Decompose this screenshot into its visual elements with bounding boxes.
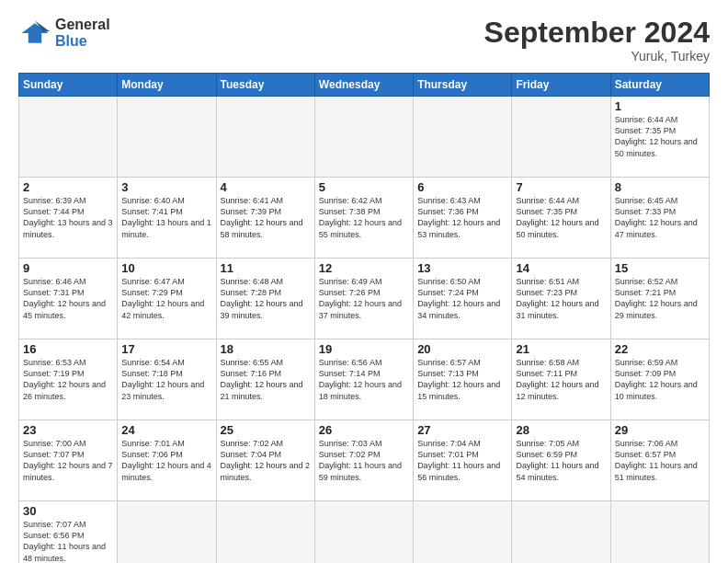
day-info: Sunrise: 6:58 AMSunset: 7:11 PMDaylight:… <box>516 357 606 402</box>
day-info: Sunrise: 7:02 AMSunset: 7:04 PMDaylight:… <box>221 438 311 483</box>
calendar-cell: 29Sunrise: 7:06 AMSunset: 6:57 PMDayligh… <box>610 420 709 501</box>
day-number: 30 <box>23 504 113 518</box>
day-number: 16 <box>23 342 113 356</box>
day-info: Sunrise: 6:44 AMSunset: 7:35 PMDaylight:… <box>615 114 705 159</box>
calendar-cell <box>216 97 314 178</box>
day-info: Sunrise: 6:50 AMSunset: 7:24 PMDaylight:… <box>417 276 507 321</box>
day-info: Sunrise: 6:54 AMSunset: 7:18 PMDaylight:… <box>121 357 211 402</box>
calendar-cell: 20Sunrise: 6:57 AMSunset: 7:13 PMDayligh… <box>414 339 512 420</box>
day-number: 5 <box>319 180 409 194</box>
title-block: September 2024 Yuruk, Turkey <box>484 17 710 63</box>
day-number: 2 <box>23 180 113 194</box>
day-info: Sunrise: 6:59 AMSunset: 7:09 PMDaylight:… <box>615 357 705 402</box>
logo: General Blue <box>18 17 110 51</box>
calendar-cell <box>414 501 512 563</box>
weekday-header-friday: Friday <box>512 74 610 97</box>
logo-line1: General <box>55 17 110 33</box>
calendar-cell: 24Sunrise: 7:01 AMSunset: 7:06 PMDayligh… <box>118 420 216 501</box>
day-number: 7 <box>516 180 606 194</box>
weekday-header-thursday: Thursday <box>414 74 512 97</box>
day-number: 15 <box>615 261 705 275</box>
day-number: 13 <box>417 261 507 275</box>
calendar-cell: 7Sunrise: 6:44 AMSunset: 7:35 PMDaylight… <box>512 178 610 259</box>
calendar-cell: 15Sunrise: 6:52 AMSunset: 7:21 PMDayligh… <box>610 259 709 339</box>
day-info: Sunrise: 6:41 AMSunset: 7:39 PMDaylight:… <box>221 195 311 240</box>
calendar-cell: 18Sunrise: 6:55 AMSunset: 7:16 PMDayligh… <box>216 339 314 420</box>
day-info: Sunrise: 6:55 AMSunset: 7:16 PMDaylight:… <box>221 357 311 402</box>
day-number: 14 <box>516 261 606 275</box>
day-number: 22 <box>615 342 705 356</box>
calendar-cell: 6Sunrise: 6:43 AMSunset: 7:36 PMDaylight… <box>414 178 512 259</box>
calendar-cell: 19Sunrise: 6:56 AMSunset: 7:14 PMDayligh… <box>314 339 413 420</box>
calendar-table: SundayMondayTuesdayWednesdayThursdayFrid… <box>18 73 710 563</box>
logo-icon <box>18 17 51 50</box>
day-number: 18 <box>221 342 311 356</box>
calendar-cell: 12Sunrise: 6:49 AMSunset: 7:26 PMDayligh… <box>314 259 413 339</box>
day-number: 4 <box>221 180 311 194</box>
day-info: Sunrise: 7:00 AMSunset: 7:07 PMDaylight:… <box>23 438 113 483</box>
calendar-cell: 16Sunrise: 6:53 AMSunset: 7:19 PMDayligh… <box>19 339 118 420</box>
calendar-cell: 21Sunrise: 6:58 AMSunset: 7:11 PMDayligh… <box>512 339 610 420</box>
day-info: Sunrise: 7:01 AMSunset: 7:06 PMDaylight:… <box>121 438 211 483</box>
calendar-cell <box>414 97 512 178</box>
calendar-cell <box>314 97 413 178</box>
day-number: 19 <box>319 342 409 356</box>
weekday-header-sunday: Sunday <box>19 74 118 97</box>
weekday-header-saturday: Saturday <box>610 74 709 97</box>
day-number: 25 <box>221 423 311 437</box>
calendar-cell <box>19 97 118 178</box>
day-number: 27 <box>417 423 507 437</box>
day-number: 12 <box>319 261 409 275</box>
day-info: Sunrise: 7:04 AMSunset: 7:01 PMDaylight:… <box>417 438 507 483</box>
calendar-cell <box>314 501 413 563</box>
calendar-cell <box>512 97 610 178</box>
calendar-cell <box>118 501 216 563</box>
day-info: Sunrise: 7:07 AMSunset: 6:56 PMDaylight:… <box>23 519 113 563</box>
day-number: 21 <box>516 342 606 356</box>
calendar-cell: 26Sunrise: 7:03 AMSunset: 7:02 PMDayligh… <box>314 420 413 501</box>
calendar-cell: 10Sunrise: 6:47 AMSunset: 7:29 PMDayligh… <box>118 259 216 339</box>
calendar-cell: 2Sunrise: 6:39 AMSunset: 7:44 PMDaylight… <box>19 178 118 259</box>
day-info: Sunrise: 6:42 AMSunset: 7:38 PMDaylight:… <box>319 195 409 240</box>
calendar-cell: 17Sunrise: 6:54 AMSunset: 7:18 PMDayligh… <box>118 339 216 420</box>
day-info: Sunrise: 6:57 AMSunset: 7:13 PMDaylight:… <box>417 357 507 402</box>
calendar-cell: 4Sunrise: 6:41 AMSunset: 7:39 PMDaylight… <box>216 178 314 259</box>
calendar-cell: 25Sunrise: 7:02 AMSunset: 7:04 PMDayligh… <box>216 420 314 501</box>
calendar-cell: 1Sunrise: 6:44 AMSunset: 7:35 PMDaylight… <box>610 97 709 178</box>
calendar-cell: 27Sunrise: 7:04 AMSunset: 7:01 PMDayligh… <box>414 420 512 501</box>
day-number: 11 <box>221 261 311 275</box>
day-info: Sunrise: 6:40 AMSunset: 7:41 PMDaylight:… <box>121 195 211 240</box>
calendar-cell: 22Sunrise: 6:59 AMSunset: 7:09 PMDayligh… <box>610 339 709 420</box>
day-number: 10 <box>121 261 211 275</box>
calendar-cell: 5Sunrise: 6:42 AMSunset: 7:38 PMDaylight… <box>314 178 413 259</box>
weekday-header-wednesday: Wednesday <box>314 74 413 97</box>
day-info: Sunrise: 6:53 AMSunset: 7:19 PMDaylight:… <box>23 357 113 402</box>
day-number: 6 <box>417 180 507 194</box>
day-number: 29 <box>615 423 705 437</box>
day-info: Sunrise: 6:47 AMSunset: 7:29 PMDaylight:… <box>121 276 211 321</box>
day-number: 20 <box>417 342 507 356</box>
day-info: Sunrise: 7:06 AMSunset: 6:57 PMDaylight:… <box>615 438 705 483</box>
calendar-cell: 3Sunrise: 6:40 AMSunset: 7:41 PMDaylight… <box>118 178 216 259</box>
day-info: Sunrise: 6:46 AMSunset: 7:31 PMDaylight:… <box>23 276 113 321</box>
calendar-cell: 11Sunrise: 6:48 AMSunset: 7:28 PMDayligh… <box>216 259 314 339</box>
day-info: Sunrise: 6:39 AMSunset: 7:44 PMDaylight:… <box>23 195 113 240</box>
calendar-cell <box>512 501 610 563</box>
subtitle: Yuruk, Turkey <box>484 49 710 63</box>
header: General Blue September 2024 Yuruk, Turke… <box>18 17 710 63</box>
calendar-cell: 23Sunrise: 7:00 AMSunset: 7:07 PMDayligh… <box>19 420 118 501</box>
day-info: Sunrise: 6:56 AMSunset: 7:14 PMDaylight:… <box>319 357 409 402</box>
calendar-cell: 13Sunrise: 6:50 AMSunset: 7:24 PMDayligh… <box>414 259 512 339</box>
logo-line2: Blue <box>55 33 110 50</box>
month-title: September 2024 <box>484 17 710 49</box>
weekday-header-tuesday: Tuesday <box>216 74 314 97</box>
day-info: Sunrise: 6:52 AMSunset: 7:21 PMDaylight:… <box>615 276 705 321</box>
svg-marker-0 <box>22 24 49 44</box>
day-info: Sunrise: 6:49 AMSunset: 7:26 PMDaylight:… <box>319 276 409 321</box>
weekday-header-monday: Monday <box>118 74 216 97</box>
day-number: 28 <box>516 423 606 437</box>
calendar-cell: 28Sunrise: 7:05 AMSunset: 6:59 PMDayligh… <box>512 420 610 501</box>
day-number: 3 <box>121 180 211 194</box>
calendar-cell <box>118 97 216 178</box>
calendar-cell: 30Sunrise: 7:07 AMSunset: 6:56 PMDayligh… <box>19 501 118 563</box>
